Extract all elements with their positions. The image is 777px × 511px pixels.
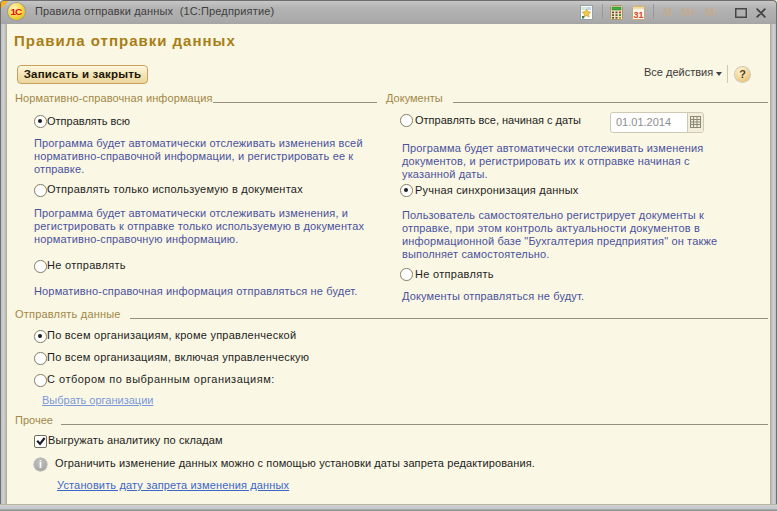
svg-text:31: 31: [633, 10, 643, 20]
